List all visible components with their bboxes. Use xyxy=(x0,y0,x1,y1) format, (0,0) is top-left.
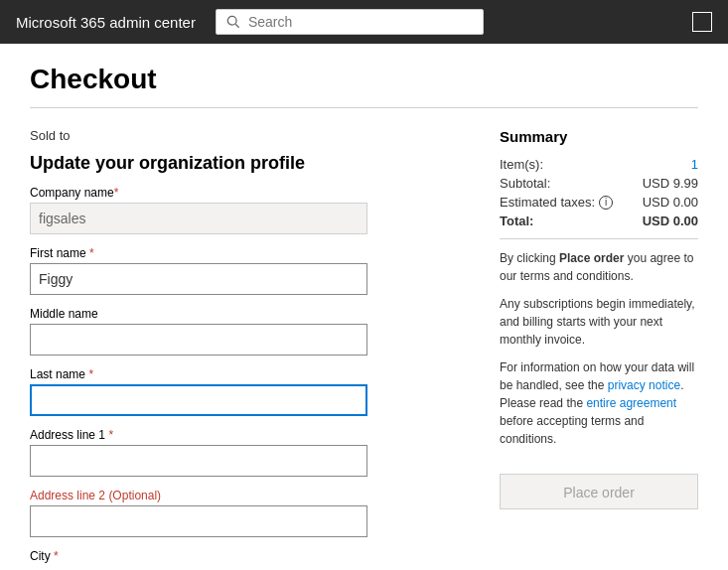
company-name-input[interactable] xyxy=(30,203,367,234)
search-bar[interactable] xyxy=(216,9,484,35)
taxes-label-wrap: Estimated taxes: i xyxy=(500,195,613,210)
svg-point-0 xyxy=(227,16,236,25)
privacy-link[interactable]: privacy notice xyxy=(608,378,680,392)
app-title: Microsoft 365 admin center xyxy=(16,14,196,31)
last-name-group: Last name * xyxy=(30,367,470,416)
main-content: Checkout Sold to Update your organizatio… xyxy=(0,44,728,570)
city-group: City * xyxy=(30,549,470,563)
subscription-text: Any subscriptions begin immediately, and… xyxy=(500,295,698,349)
sold-to-label: Sold to xyxy=(30,128,470,143)
summary-taxes-row: Estimated taxes: i USD 0.00 xyxy=(500,195,698,210)
summary-items-row: Item(s): 1 xyxy=(500,157,698,172)
address2-group: Address line 2 (Optional) xyxy=(30,489,470,537)
first-name-input[interactable] xyxy=(30,263,367,295)
nav-square-icon[interactable] xyxy=(692,12,712,32)
section-heading: Update your organization profile xyxy=(30,153,470,174)
place-order-button[interactable]: Place order xyxy=(500,474,698,509)
divider xyxy=(30,107,698,108)
subtotal-value: USD 9.99 xyxy=(643,176,698,191)
address1-input[interactable] xyxy=(30,445,367,477)
page-title: Checkout xyxy=(30,64,698,95)
taxes-label: Estimated taxes: xyxy=(500,195,595,210)
items-label: Item(s): xyxy=(500,157,543,172)
city-label: City * xyxy=(30,549,470,563)
last-name-input[interactable] xyxy=(30,384,367,416)
form-side: Sold to Update your organization profile… xyxy=(30,128,470,570)
first-name-label: First name * xyxy=(30,246,470,260)
company-name-group: Company name* xyxy=(30,186,470,234)
address1-group: Address line 1 * xyxy=(30,428,470,477)
topnav: Microsoft 365 admin center xyxy=(0,0,728,44)
content-row: Sold to Update your organization profile… xyxy=(30,128,698,570)
summary-divider xyxy=(500,238,698,239)
summary-subtotal-row: Subtotal: USD 9.99 xyxy=(500,176,698,191)
company-name-label: Company name* xyxy=(30,186,470,200)
summary-title: Summary xyxy=(500,128,698,145)
address1-label: Address line 1 * xyxy=(30,428,470,442)
agreement-text: By clicking Place order you agree to our… xyxy=(500,249,698,285)
terms-link[interactable]: entire agreement xyxy=(586,396,676,410)
total-value: USD 0.00 xyxy=(643,214,698,228)
taxes-value: USD 0.00 xyxy=(643,195,698,210)
middle-name-group: Middle name xyxy=(30,307,470,356)
middle-name-input[interactable] xyxy=(30,324,367,356)
search-input[interactable] xyxy=(248,14,473,30)
subtotal-label: Subtotal: xyxy=(500,176,550,191)
summary-total-row: Total: USD 0.00 xyxy=(500,214,698,228)
middle-name-label: Middle name xyxy=(30,307,470,321)
search-icon xyxy=(226,15,240,29)
items-value: 1 xyxy=(691,157,698,172)
svg-line-1 xyxy=(235,24,239,28)
address2-label: Address line 2 (Optional) xyxy=(30,489,470,502)
last-name-label: Last name * xyxy=(30,367,470,381)
summary-side: Summary Item(s): 1 Subtotal: USD 9.99 Es… xyxy=(500,128,698,570)
info-icon: i xyxy=(599,196,613,210)
address2-input[interactable] xyxy=(30,505,367,537)
privacy-text: For information on how your data will be… xyxy=(500,358,698,448)
first-name-group: First name * xyxy=(30,246,470,295)
total-label: Total: xyxy=(500,214,533,228)
